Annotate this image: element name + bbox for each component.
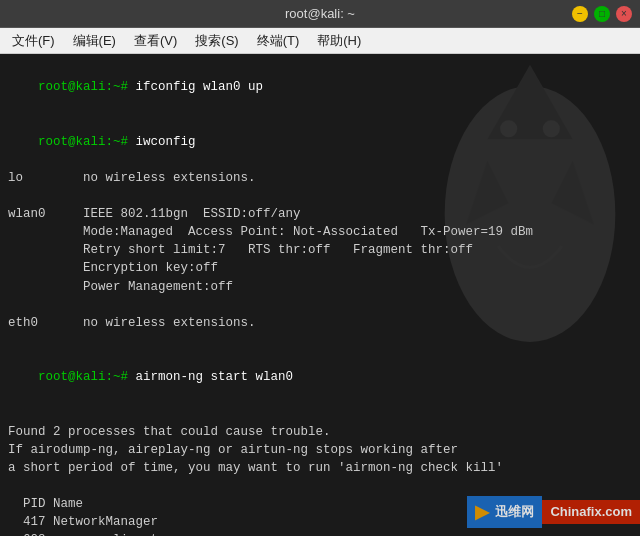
terminal-line-16: 608 wpa_supplicant	[8, 531, 632, 536]
watermark-left: ▶ 迅维网	[467, 496, 542, 528]
terminal-blank-5	[8, 477, 632, 495]
terminal-line-2: root@kali:~# iwconfig	[8, 114, 632, 168]
menubar: 文件(F)编辑(E)查看(V)搜索(S)终端(T)帮助(H)	[0, 28, 640, 54]
menu-item[interactable]: 搜索(S)	[187, 30, 246, 52]
cmd-2: iwconfig	[136, 135, 196, 149]
terminal-line-4: wlan0 IEEE 802.11bgn ESSID:off/any	[8, 205, 632, 223]
terminal-line-13: a short period of time, you may want to …	[8, 459, 632, 477]
prompt-1: root@kali:~#	[38, 80, 136, 94]
terminal-line-9: eth0 no wireless extensions.	[8, 314, 632, 332]
watermark-right-text: Chinafix.com	[550, 504, 632, 519]
terminal[interactable]: root@kali:~# ifconfig wlan0 up root@kali…	[0, 54, 640, 536]
watermark-arrow-icon: ▶	[475, 499, 489, 525]
window-title: root@kali: ~	[68, 6, 572, 21]
cmd-1: ifconfig wlan0 up	[136, 80, 264, 94]
watermark: ▶ 迅维网 Chinafix.com	[467, 496, 640, 528]
terminal-blank-4	[8, 404, 632, 422]
menu-item[interactable]: 编辑(E)	[65, 30, 124, 52]
minimize-button[interactable]: −	[572, 6, 588, 22]
menu-item[interactable]: 终端(T)	[249, 30, 308, 52]
cmd-3: airmon-ng start wlan0	[136, 370, 294, 384]
menu-item[interactable]: 帮助(H)	[309, 30, 369, 52]
terminal-line-10: root@kali:~# airmon-ng start wlan0	[8, 350, 632, 404]
terminal-blank-3	[8, 332, 632, 350]
prompt-3: root@kali:~#	[38, 370, 136, 384]
titlebar: root@kali: ~ − □ ×	[0, 0, 640, 28]
terminal-line-8: Power Management:off	[8, 278, 632, 296]
terminal-line-6: Retry short limit:7 RTS thr:off Fragment…	[8, 241, 632, 259]
window-controls: − □ ×	[572, 6, 632, 22]
menu-item[interactable]: 查看(V)	[126, 30, 185, 52]
terminal-line-7: Encryption key:off	[8, 259, 632, 277]
maximize-button[interactable]: □	[594, 6, 610, 22]
terminal-line-1: root@kali:~# ifconfig wlan0 up	[8, 60, 632, 114]
terminal-blank-2	[8, 296, 632, 314]
terminal-line-12: If airodump-ng, aireplay-ng or airtun-ng…	[8, 441, 632, 459]
prompt-2: root@kali:~#	[38, 135, 136, 149]
menu-item[interactable]: 文件(F)	[4, 30, 63, 52]
terminal-line-5: Mode:Managed Access Point: Not-Associate…	[8, 223, 632, 241]
watermark-left-text: 迅维网	[495, 503, 534, 522]
terminal-line-3: lo no wireless extensions.	[8, 169, 632, 187]
terminal-line-11: Found 2 processes that could cause troub…	[8, 423, 632, 441]
terminal-blank-1	[8, 187, 632, 205]
watermark-right: Chinafix.com	[542, 500, 640, 525]
close-button[interactable]: ×	[616, 6, 632, 22]
